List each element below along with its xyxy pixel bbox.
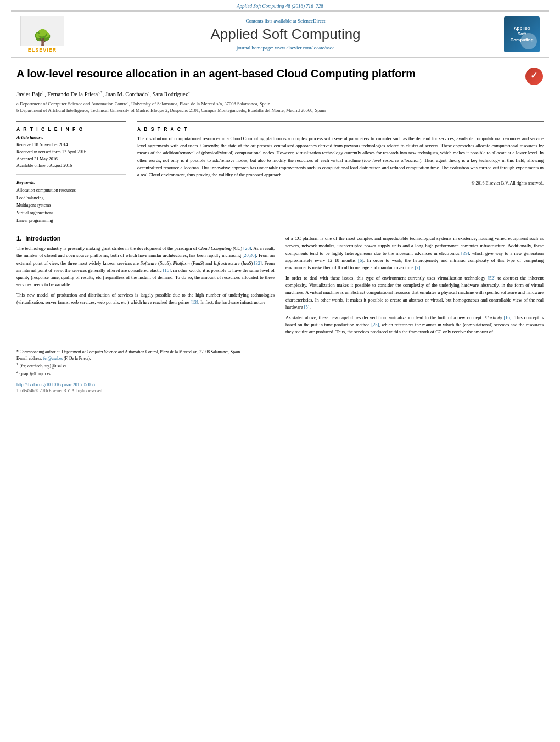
authors-line: Javier Bajob, Fernando De la Prietaa,*, … xyxy=(16,90,544,97)
keyword-1: Allocation computation resources xyxy=(16,187,126,194)
journal-main-title: Applied Soft Computing xyxy=(78,26,493,43)
footnote-email: E-mail address: fer@usal.es (F. De la Pr… xyxy=(16,355,544,362)
abstract-copyright: © 2016 Elsevier B.V. All rights reserved… xyxy=(137,181,544,186)
article-info-title: A R T I C L E I N F O xyxy=(16,126,126,132)
keyword-5: Linear programming xyxy=(16,217,126,225)
accepted-date: Accepted 31 May 2016 xyxy=(16,156,126,163)
elsevier-logo-image: 🌳 xyxy=(20,16,64,46)
science-direct-link: Contents lists available at ScienceDirec… xyxy=(78,18,493,24)
received-date: Received 18 November 2014 xyxy=(16,142,126,149)
elsevier-tree-icon: 🌳 xyxy=(33,30,52,46)
intro-paragraph-1: The technology industry is presently mak… xyxy=(16,245,275,288)
crossmark-circle: ✓ xyxy=(525,68,543,85)
journal-citation: Applied Soft Computing 48 (2016) 716–728 xyxy=(237,3,323,9)
elsevier-logo: 🌳 ELSEVIER xyxy=(18,16,67,53)
top-citation-bar: Applied Soft Computing 48 (2016) 716–728 xyxy=(0,0,560,10)
intro-paragraph-3: of a CC platform is one of the most comp… xyxy=(285,235,544,271)
sciencedirect-hyperlink[interactable]: ScienceDirect xyxy=(298,18,325,24)
keyword-3: Multiagent systems xyxy=(16,202,126,209)
doi-line: http://dx.doi.org/10.1016/j.asoc.2016.05… xyxy=(0,381,560,387)
asc-logo-container: Applied Soft Computing xyxy=(504,16,542,52)
affiliation-b: b Department of Artificial Intelligence,… xyxy=(16,107,544,114)
footnotes-section: * Corresponding author at: Department of… xyxy=(16,345,544,377)
article-content: A low-level resource allocation in an ag… xyxy=(16,58,544,339)
section-number: 1. xyxy=(16,235,21,242)
section-title-text: Introduction xyxy=(25,235,60,242)
keyword-2: Load balancing xyxy=(16,194,126,202)
keywords-section: Keywords: Allocation computation resourc… xyxy=(16,180,126,224)
abstract-column: A B S T R A C T The distribution of comp… xyxy=(137,121,544,224)
footnote-1: 1 {fer, corchado, srg}@usal.es xyxy=(16,362,544,370)
section-1-title: 1. Introduction xyxy=(16,235,275,242)
elsevier-brand-text: ELSEVIER xyxy=(28,47,57,53)
journal-homepage: journal homepage: www.elsevier.com/locat… xyxy=(78,45,493,51)
journal-header: 🌳 ELSEVIER Contents lists available at S… xyxy=(11,10,549,58)
article-history-label: Article history: xyxy=(16,135,126,140)
intro-paragraph-5: As stated above, these new capabilities … xyxy=(285,314,544,336)
article-title-row: A low-level resource allocation in an ag… xyxy=(16,66,544,86)
journal-title-center: Contents lists available at ScienceDirec… xyxy=(67,16,504,53)
article-title-text: A low-level resource allocation in an ag… xyxy=(16,66,524,81)
intro-paragraph-4: In order to deal with these issues, this… xyxy=(285,275,544,311)
keywords-title: Keywords: xyxy=(16,180,126,185)
email-link[interactable]: fer@usal.es xyxy=(43,356,63,361)
footnote-2: 2 {juajo}@fi.upm.es xyxy=(16,370,544,377)
abstract-text: The distribution of computational resour… xyxy=(137,135,544,178)
body-right-column: of a CC platform is one of the most comp… xyxy=(285,235,544,339)
intro-paragraph-2: This new model of production and distrib… xyxy=(16,292,275,306)
journal-homepage-link[interactable]: www.elsevier.com/locate/asoc xyxy=(275,45,334,51)
asc-logo: Applied Soft Computing xyxy=(504,16,540,52)
footnotes-separator xyxy=(16,339,544,339)
keyword-4: Virtual organizations xyxy=(16,209,126,217)
affiliation-a: a Department of Computer Science and Aut… xyxy=(16,101,544,108)
doi-link[interactable]: http://dx.doi.org/10.1016/j.asoc.2016.05… xyxy=(16,382,95,387)
received-revised-date: Received in revised form 17 April 2016 xyxy=(16,149,126,156)
copyright-line: 1568-4946/© 2016 Elsevier B.V. All right… xyxy=(0,388,560,393)
footnote-corresponding: * Corresponding author at: Department of… xyxy=(16,349,544,355)
asc-logo-text: Applied Soft Computing xyxy=(508,24,535,45)
page-container: Applied Soft Computing 48 (2016) 716–728… xyxy=(0,0,560,742)
crossmark-logo: ✓ xyxy=(524,66,544,86)
main-body: 1. Introduction The technology industry … xyxy=(16,235,544,339)
article-info-box: A R T I C L E I N F O Article history: R… xyxy=(16,121,126,175)
affiliations: a Department of Computer Science and Aut… xyxy=(16,101,544,115)
abstract-section: A B S T R A C T The distribution of comp… xyxy=(137,121,544,186)
article-info-abstract-columns: A R T I C L E I N F O Article history: R… xyxy=(16,121,544,224)
available-online-date: Available online 5 August 2016 xyxy=(16,163,126,170)
abstract-title: A B S T R A C T xyxy=(137,126,544,132)
body-left-column: 1. Introduction The technology industry … xyxy=(16,235,275,339)
article-info-column: A R T I C L E I N F O Article history: R… xyxy=(16,121,126,224)
